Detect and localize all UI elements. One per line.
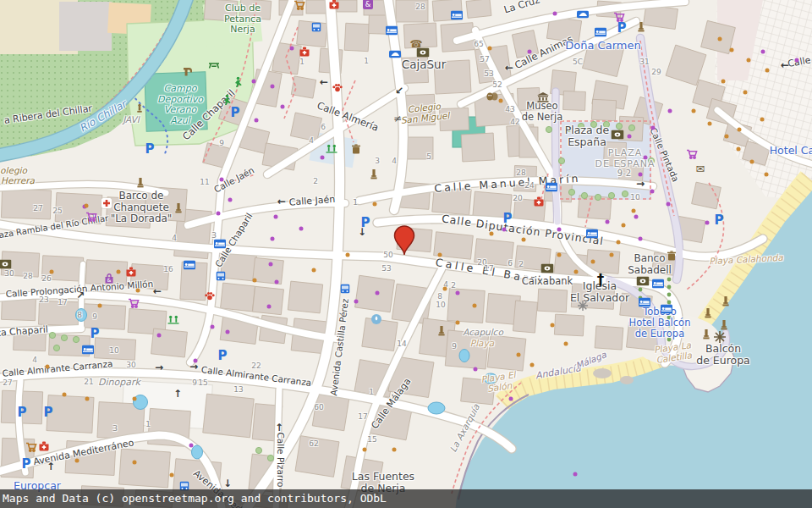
poi-dot-orange <box>517 353 521 357</box>
bed-icon <box>214 240 226 249</box>
poi-dot-orange <box>760 118 765 122</box>
med-icon <box>534 196 545 207</box>
bank-icon <box>417 48 430 58</box>
poi-dot-purple <box>667 202 671 207</box>
direction-arrow: → <box>155 362 163 373</box>
direction-arrow: → <box>636 178 645 190</box>
house-number: 4 <box>172 234 177 242</box>
poi-dot-purple <box>226 330 230 334</box>
poi-dot-orange <box>557 253 562 257</box>
house-number: 4 <box>309 136 314 145</box>
poi-dot-orange <box>50 270 54 274</box>
label-dinopark: Dinopark <box>98 378 140 389</box>
poi-dot-orange <box>692 109 696 113</box>
cart-m-icon <box>128 298 140 308</box>
poi-dot-orange <box>737 147 741 152</box>
location-marker[interactable] <box>391 225 418 256</box>
house-number: 17 <box>358 412 367 421</box>
house-number: 27 <box>33 204 42 213</box>
house-number: 30 <box>126 361 135 369</box>
poi-dot-orange <box>490 232 494 236</box>
house-number: 62 <box>309 439 318 448</box>
church-icon: † <box>597 273 605 287</box>
poi-dot-orange <box>363 448 367 452</box>
poi-dot-orange <box>610 253 614 257</box>
poi-dot-orange <box>574 270 579 274</box>
label-museo: Museo de Nerja <box>522 101 563 123</box>
map-canvas[interactable]: a Ribera del ChillarRío ChillarJAVIClub … <box>0 0 812 508</box>
picnic-icon <box>208 61 220 69</box>
poi-dot-orange <box>708 122 712 126</box>
monument-icon <box>705 307 711 319</box>
fstar-icon <box>578 301 588 311</box>
poi-dot-purple <box>639 237 643 241</box>
statue-icon <box>137 104 143 113</box>
parking-icon: P <box>503 211 513 226</box>
star-icon <box>714 331 726 343</box>
poi-dot-orange <box>346 253 350 257</box>
poi-dot-orange <box>617 240 621 245</box>
house-number: 25 <box>52 207 62 215</box>
poi-dot-orange <box>488 47 492 51</box>
label-colegio: Colegio San Miguel <box>399 101 450 126</box>
poi-dot-orange <box>522 238 526 242</box>
gate-icon: ≠ <box>393 113 402 124</box>
bus-icon <box>217 272 226 281</box>
bed-icon <box>82 345 94 355</box>
poi-dot-purple <box>267 305 272 309</box>
bank-icon <box>637 277 650 286</box>
poi-dot-purple <box>474 367 478 372</box>
poi-dot-purple <box>795 58 799 63</box>
house-number: 60 <box>314 403 323 411</box>
house-number: 6 <box>508 259 513 268</box>
label-club-de: Club de Petanca Nerja <box>224 3 261 36</box>
poi-dot-purple <box>252 80 256 84</box>
bed-icon <box>184 261 195 270</box>
bank-icon <box>612 130 624 140</box>
poi-dot-orange <box>622 224 626 228</box>
med-icon <box>299 47 310 57</box>
poi-dot-orange <box>170 473 174 478</box>
direction-arrow: ← <box>277 196 286 207</box>
label-calle-pizarro: Calle Pizarro <box>275 432 285 487</box>
label-m-laga: Málaga <box>574 350 608 371</box>
car-icon <box>577 11 589 19</box>
poi-dot-purple <box>281 105 285 109</box>
poi-dot-purple <box>761 50 765 54</box>
poi-dot-orange <box>85 397 90 401</box>
house-number: 43 <box>505 105 514 113</box>
house-number: 24 <box>524 181 534 190</box>
direction-arrow: ↙ <box>395 85 403 97</box>
poi-dot-purple <box>255 119 259 123</box>
poi-dot-purple <box>651 126 656 130</box>
poi-dot-purple <box>290 47 294 51</box>
parking-icon: P <box>231 105 240 120</box>
house-number: 3 <box>112 424 118 433</box>
house-number: 30 <box>4 269 14 278</box>
poi-dot-orange <box>253 279 257 283</box>
poi-dot-orange <box>564 342 568 346</box>
runner-icon <box>222 95 231 106</box>
poi-dot-orange <box>765 69 770 73</box>
house-number: 26 <box>41 274 51 283</box>
direction-arrow: ↑ <box>47 461 55 472</box>
bed-icon <box>546 183 557 192</box>
playground-icon <box>326 145 338 154</box>
map-attribution: Maps and Data (c) openstreetmap.org and … <box>0 489 812 508</box>
house-number: 4 <box>392 157 397 165</box>
label-barco-de: Barco de Chanquete "La Dorada" <box>111 190 173 225</box>
poi-dot-purple <box>668 109 672 113</box>
poi-dot-purple <box>628 135 632 139</box>
house-number: 42 <box>510 118 519 126</box>
poi-dot-orange <box>765 173 769 177</box>
poi-dot-purple <box>194 359 198 363</box>
direction-arrow: ↗ <box>76 290 85 301</box>
poi-dot-orange <box>63 393 67 397</box>
poi-dot-orange <box>747 58 751 63</box>
house-number: 29 <box>651 68 661 76</box>
house-number: 1 <box>369 388 374 396</box>
direction-arrow: ↓ <box>358 226 366 238</box>
label-andaluc-a: Andalucía <box>535 363 581 382</box>
fountain-icon <box>371 314 382 325</box>
cart-o-icon <box>25 442 37 452</box>
